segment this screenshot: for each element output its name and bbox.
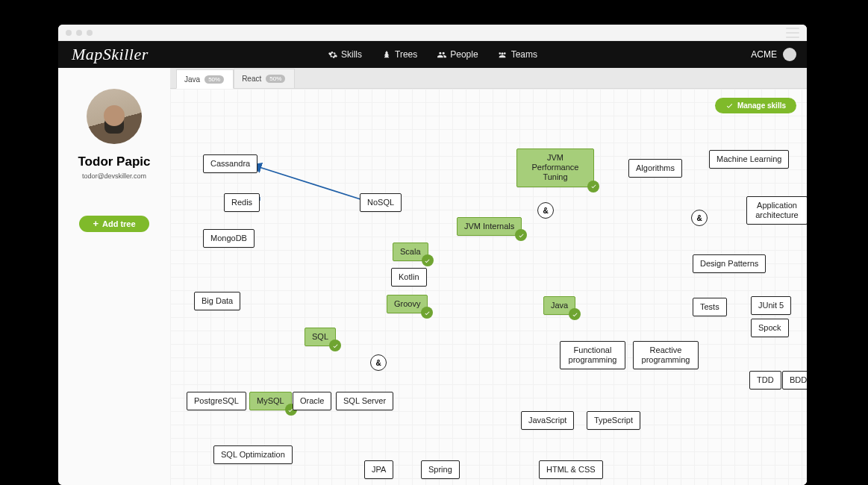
node-reactive[interactable]: Reactive programming <box>633 341 699 369</box>
check-icon <box>421 307 433 319</box>
tab-bar: Java50% React50% <box>170 68 807 89</box>
account-name: ACME <box>751 49 777 60</box>
node-bdd[interactable]: BDD <box>782 371 807 389</box>
user-avatar[interactable] <box>87 89 142 144</box>
node-java[interactable]: Java <box>543 296 575 315</box>
and-node[interactable]: & <box>537 202 554 219</box>
node-sqlserver[interactable]: SQL Server <box>336 392 393 410</box>
window-dot[interactable] <box>66 30 72 36</box>
check-icon <box>725 101 734 110</box>
node-cassandra[interactable]: Cassandra <box>203 154 257 173</box>
node-nosql[interactable]: NoSQL <box>360 193 402 212</box>
node-jvm-perf[interactable]: JVM Performance Tuning <box>516 148 594 187</box>
node-sqlopt[interactable]: SQL Optimization <box>213 445 293 464</box>
cog-icon <box>328 50 337 60</box>
node-postgres[interactable]: PostgreSQL <box>187 392 246 410</box>
skill-canvas[interactable]: Manage skills <box>170 89 807 485</box>
tree-icon <box>381 50 391 60</box>
check-icon <box>515 229 527 241</box>
node-sql[interactable]: SQL <box>305 328 336 346</box>
tab-percent-badge: 50% <box>204 75 224 84</box>
node-oracle[interactable]: Oracle <box>293 392 331 410</box>
node-htmlcss[interactable]: HTML & CSS <box>539 460 603 479</box>
node-bigdata[interactable]: Big Data <box>194 292 240 310</box>
app-window: MapSkiller Skills Trees People Teams ACM… <box>58 25 807 485</box>
brand-logo: MapSkiller <box>72 45 149 64</box>
graph-edges <box>170 89 394 201</box>
svg-line-0 <box>252 165 360 199</box>
node-ml[interactable]: Machine Learning <box>709 150 789 169</box>
node-tests[interactable]: Tests <box>693 298 727 316</box>
and-node[interactable]: & <box>691 210 708 226</box>
window-dot[interactable] <box>76 30 82 36</box>
nav-trees[interactable]: Trees <box>381 49 417 60</box>
node-typescript[interactable]: TypeScript <box>587 411 640 430</box>
node-redis[interactable]: Redis <box>224 193 260 212</box>
add-tree-button[interactable]: +Add tree <box>79 216 149 232</box>
check-icon <box>569 308 581 320</box>
node-jpa[interactable]: JPA <box>364 460 393 479</box>
check-icon <box>587 181 599 193</box>
hamburger-icon[interactable] <box>786 28 799 38</box>
account-avatar-icon <box>783 48 796 61</box>
top-nav: MapSkiller Skills Trees People Teams ACM… <box>58 41 807 68</box>
window-dot[interactable] <box>87 30 93 36</box>
node-spock[interactable]: Spock <box>751 319 789 337</box>
check-icon <box>422 254 434 266</box>
node-groovy[interactable]: Groovy <box>387 295 428 313</box>
node-junit[interactable]: JUnit 5 <box>751 296 791 315</box>
window-controls[interactable] <box>66 30 93 36</box>
teams-icon <box>498 50 508 60</box>
check-icon <box>329 340 341 351</box>
people-icon <box>437 50 446 60</box>
node-tdd[interactable]: TDD <box>749 371 781 389</box>
tab-java[interactable]: Java50% <box>176 69 234 89</box>
tab-percent-badge: 50% <box>266 75 285 83</box>
user-email: todor@devskiller.com <box>58 172 170 180</box>
node-mongodb[interactable]: MongoDB <box>203 229 255 248</box>
window-titlebar <box>58 25 807 41</box>
node-designpatterns[interactable]: Design Patterns <box>693 254 766 273</box>
and-node[interactable]: & <box>370 354 387 371</box>
user-name: Todor Papic <box>58 154 170 169</box>
node-spring[interactable]: Spring <box>421 460 460 479</box>
node-jvm-internals[interactable]: JVM Internals <box>457 217 522 236</box>
node-apparch[interactable]: Application architecture <box>746 196 807 225</box>
node-mysql[interactable]: MySQL <box>249 392 292 410</box>
main-area: Java50% React50% Manage skills <box>170 68 807 485</box>
account-menu[interactable]: ACME <box>751 48 796 61</box>
tab-react[interactable]: React50% <box>234 69 295 88</box>
nav-people[interactable]: People <box>437 49 478 60</box>
nav-skills[interactable]: Skills <box>328 49 362 60</box>
node-functional[interactable]: Functional programming <box>560 341 625 369</box>
sidebar: Todor Papic todor@devskiller.com +Add tr… <box>58 68 170 485</box>
node-kotlin[interactable]: Kotlin <box>391 268 427 287</box>
node-javascript[interactable]: JavaScript <box>521 411 574 430</box>
manage-skills-button[interactable]: Manage skills <box>715 98 796 113</box>
nav-teams[interactable]: Teams <box>498 49 537 60</box>
node-scala[interactable]: Scala <box>393 242 428 261</box>
node-algorithms[interactable]: Algorithms <box>628 159 682 178</box>
